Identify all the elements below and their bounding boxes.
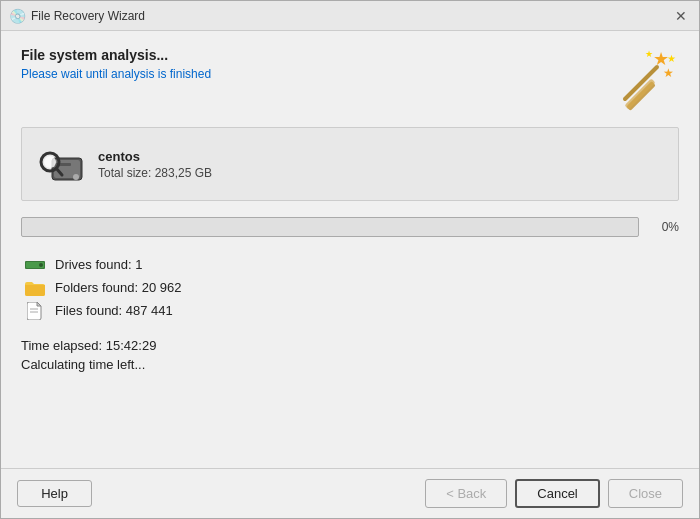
wizard-icon: ★ ★ ★ ★ <box>615 47 679 111</box>
drive-size: Total size: 283,25 GB <box>98 166 212 180</box>
elapsed-time: Time elapsed: 15:42:29 <box>21 338 679 353</box>
svg-point-9 <box>73 174 79 180</box>
timing-section: Time elapsed: 15:42:29 Calculating time … <box>21 338 679 372</box>
app-icon: 💿 <box>9 8 25 24</box>
svg-text:★: ★ <box>645 49 653 59</box>
page-title: File system analysis... <box>21 47 211 63</box>
main-content: File system analysis... Please wait unti… <box>1 31 699 468</box>
drives-stat: Drives found: 1 <box>25 257 679 272</box>
header-section: File system analysis... Please wait unti… <box>21 47 679 111</box>
time-remaining: Calculating time left... <box>21 357 679 372</box>
drive-icon <box>38 140 86 188</box>
header-text: File system analysis... Please wait unti… <box>21 47 211 81</box>
folders-stat: Folders found: 20 962 <box>25 280 679 295</box>
main-window: 💿 File Recovery Wizard ✕ File system ana… <box>0 0 700 519</box>
svg-point-16 <box>39 263 43 267</box>
page-subtitle: Please wait until analysis is finished <box>21 67 211 81</box>
drives-icon <box>25 258 45 272</box>
folders-found-label: Folders found: 20 962 <box>55 280 181 295</box>
svg-point-12 <box>44 156 56 168</box>
back-button[interactable]: < Back <box>425 479 507 508</box>
drives-found-label: Drives found: 1 <box>55 257 142 272</box>
window-title: File Recovery Wizard <box>31 9 671 23</box>
svg-text:★: ★ <box>663 66 674 80</box>
drive-info-panel: centos Total size: 283,25 GB <box>21 127 679 201</box>
close-button[interactable]: ✕ <box>671 6 691 26</box>
progress-section: 0% <box>21 217 679 237</box>
footer-left: Help <box>17 480 92 507</box>
title-bar: 💿 File Recovery Wizard ✕ <box>1 1 699 31</box>
footer: Help < Back Cancel Close <box>1 468 699 518</box>
folder-icon <box>25 281 45 295</box>
close-button-footer[interactable]: Close <box>608 479 683 508</box>
stats-section: Drives found: 1 Folders found: 20 962 <box>21 257 679 318</box>
svg-text:★: ★ <box>667 53 676 64</box>
drive-details: centos Total size: 283,25 GB <box>98 149 212 180</box>
drive-name: centos <box>98 149 212 164</box>
progress-bar-container <box>21 217 639 237</box>
files-found-label: Files found: 487 441 <box>55 303 173 318</box>
help-button[interactable]: Help <box>17 480 92 507</box>
cancel-button[interactable]: Cancel <box>515 479 599 508</box>
files-stat: Files found: 487 441 <box>25 303 679 318</box>
progress-percent: 0% <box>649 220 679 234</box>
file-icon <box>25 304 45 318</box>
footer-right: < Back Cancel Close <box>425 479 683 508</box>
